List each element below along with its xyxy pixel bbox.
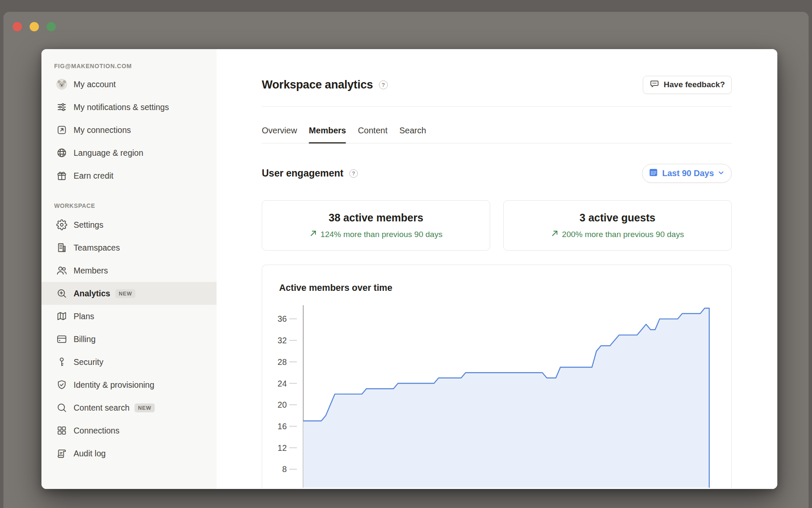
sidebar-item-analytics[interactable]: AnalyticsNEW — [41, 282, 217, 305]
app-window: FIG@MAKENOTION.COM My accountMy notifica… — [3, 12, 809, 508]
sidebar-item-label: Identity & provisioning — [74, 380, 154, 390]
grid-icon — [56, 425, 68, 436]
svg-text:12: 12 — [277, 443, 287, 453]
sidebar-nav: My accountMy notifications & settingsMy … — [41, 73, 217, 465]
sidebar-item-label: Connections — [74, 425, 119, 436]
globe-icon — [56, 147, 68, 159]
feedback-label: Have feedback? — [664, 80, 725, 89]
sidebar-item-identity-provisioning[interactable]: Identity & provisioning — [41, 373, 217, 396]
sidebar-item-label: My notifications & settings — [74, 102, 169, 112]
sidebar-item-audit-log[interactable]: Audit log — [41, 442, 217, 465]
tab-overview[interactable]: Overview — [262, 125, 297, 143]
sidebar-item-language-region[interactable]: Language & region — [41, 141, 217, 164]
svg-text:36: 36 — [277, 314, 287, 323]
date-range-value: Last 90 Days — [662, 168, 714, 178]
header-divider — [262, 106, 732, 107]
account-email: FIG@MAKENOTION.COM — [41, 62, 217, 70]
credit-card-icon — [56, 333, 68, 345]
avatar-icon — [56, 78, 68, 90]
sidebar-item-label: Analytics — [74, 288, 110, 298]
search-icon — [56, 402, 68, 414]
building-icon — [56, 242, 68, 254]
stat-delta: 124% more than previous 90 days — [321, 230, 442, 239]
sidebar-item-label: Audit log — [74, 448, 106, 458]
svg-text:28: 28 — [277, 357, 287, 367]
svg-text:24: 24 — [277, 379, 287, 388]
desktop-backdrop: FIG@MAKENOTION.COM My accountMy notifica… — [0, 0, 812, 508]
sidebar-item-security[interactable]: Security — [41, 351, 217, 373]
trend-up-icon — [310, 229, 317, 239]
sidebar-item-label: Members — [74, 265, 108, 276]
new-badge: NEW — [115, 289, 136, 298]
stat-value: 38 active members — [329, 212, 423, 224]
stat-value: 3 active guests — [579, 212, 655, 224]
active-members-chart-card: 363228242016128 Active members over time — [262, 265, 732, 488]
speech-bubble-icon — [650, 79, 659, 91]
svg-text:32: 32 — [277, 336, 287, 345]
settings-dialog: FIG@MAKENOTION.COM My accountMy notifica… — [41, 49, 777, 489]
sidebar-item-teamspaces[interactable]: Teamspaces — [41, 236, 217, 259]
sidebar-item-plans[interactable]: Plans — [41, 305, 217, 328]
close-button[interactable] — [13, 22, 22, 31]
sidebar-item-earn-credit[interactable]: Earn credit — [41, 164, 217, 187]
date-range-selector[interactable]: Last 90 Days — [642, 164, 732, 183]
sidebar-item-content-search[interactable]: Content searchNEW — [41, 396, 217, 419]
sidebar-item-label: My connections — [74, 125, 131, 135]
tab-members[interactable]: Members — [309, 125, 346, 143]
sidebar-item-label: Content search — [74, 403, 129, 413]
sidebar-item-label: My account — [74, 79, 116, 89]
sidebar-item-label: Earn credit — [74, 171, 113, 181]
zoom-button[interactable] — [47, 22, 56, 31]
sidebar-item-label: Teamspaces — [74, 243, 120, 253]
chevron-down-icon — [718, 168, 724, 178]
section-title-user-engagement: User engagement — [262, 168, 343, 179]
arrow-out-box-icon — [56, 124, 68, 136]
key-icon — [56, 356, 68, 368]
chart-title: Active members over time — [279, 283, 392, 293]
svg-text:20: 20 — [277, 400, 287, 409]
new-badge: NEW — [134, 403, 155, 412]
scroll-icon — [56, 447, 68, 459]
have-feedback-button[interactable]: Have feedback? — [643, 76, 732, 94]
sidebar-item-billing[interactable]: Billing — [41, 328, 217, 351]
sidebar-item-label: Settings — [74, 220, 103, 230]
tab-content[interactable]: Content — [358, 125, 387, 143]
minimize-button[interactable] — [30, 22, 39, 31]
chart-plot: 363228242016128 — [262, 265, 731, 488]
sidebar-item-settings[interactable]: Settings — [41, 213, 217, 236]
trend-up-icon — [551, 229, 559, 239]
help-icon[interactable]: ? — [349, 169, 358, 178]
analytics-tabs: OverviewMembersContentSearch — [262, 125, 732, 144]
gift-icon — [56, 170, 68, 182]
tab-search[interactable]: Search — [399, 125, 426, 143]
window-controls — [13, 22, 56, 31]
sidebar-item-connections[interactable]: Connections — [41, 419, 217, 442]
users-icon — [56, 265, 68, 276]
svg-text:16: 16 — [277, 422, 287, 431]
sliders-icon — [56, 101, 68, 113]
analytics-pane: Workspace analytics ? Have feedback? — [217, 49, 777, 489]
gear-icon — [56, 219, 68, 231]
sidebar-item-my-connections[interactable]: My connections — [41, 119, 217, 141]
sidebar-section-heading: WORKSPACE — [41, 202, 217, 209]
sidebar-item-label: Plans — [74, 311, 94, 321]
sidebar-item-my-account[interactable]: My account — [41, 73, 217, 96]
help-icon[interactable]: ? — [379, 80, 388, 89]
stat-delta: 200% more than previous 90 days — [562, 230, 684, 239]
svg-text:8: 8 — [282, 464, 287, 474]
sidebar-item-members[interactable]: Members — [41, 259, 217, 282]
shield-check-icon — [56, 379, 68, 391]
page-title: Workspace analytics — [262, 78, 373, 91]
settings-sidebar: FIG@MAKENOTION.COM My accountMy notifica… — [41, 49, 217, 489]
calendar-icon — [648, 167, 658, 179]
sidebar-item-label: Security — [74, 357, 103, 367]
sidebar-item-label: Billing — [74, 334, 96, 344]
sidebar-item-label: Language & region — [74, 148, 143, 158]
sidebar-item-my-notifications-settings[interactable]: My notifications & settings — [41, 96, 217, 119]
map-icon — [56, 310, 68, 322]
zoom-in-icon — [56, 287, 68, 299]
stat-card-active-members: 38 active members 124% more than previou… — [262, 200, 490, 251]
stat-card-active-guests: 3 active guests 200% more than previous … — [503, 200, 732, 251]
